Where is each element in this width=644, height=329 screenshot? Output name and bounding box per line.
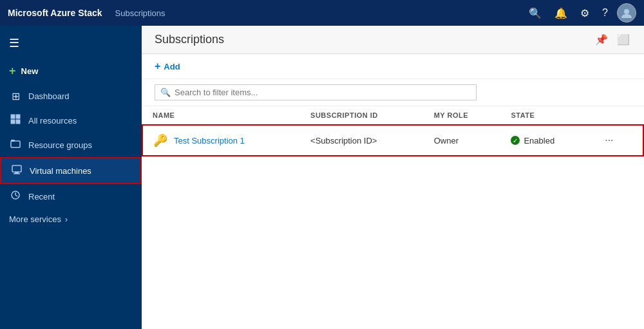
sidebar-item-all-resources[interactable]: All resources xyxy=(0,108,142,133)
sidebar-item-recent[interactable]: Recent xyxy=(0,184,142,209)
sidebar-item-dashboard[interactable]: ⊞ Dashboard xyxy=(0,84,142,108)
virtual-machines-icon xyxy=(10,164,23,177)
sidebar-item-label-dashboard: Dashboard xyxy=(28,91,70,101)
hamburger-menu[interactable]: ☰ xyxy=(0,31,142,55)
subscription-id-cell: <Subscription ID> xyxy=(300,125,424,156)
table-row: 🔑 Test Subscription 1 <Subscription ID> … xyxy=(142,125,643,156)
col-name: NAME xyxy=(142,106,300,125)
sidebar-item-virtual-machines[interactable]: Virtual machines xyxy=(0,157,142,184)
header-actions: 🔍 🔔 ⚙ ? xyxy=(525,3,636,23)
restore-icon[interactable]: ⬜ xyxy=(616,32,631,47)
svg-rect-5 xyxy=(11,141,20,147)
search-bar: 🔍 xyxy=(142,79,644,106)
table-area: NAME SUBSCRIPTION ID MY ROLE STATE 🔑 Tes… xyxy=(142,106,644,329)
app-brand: Microsoft Azure Stack xyxy=(8,8,102,18)
content-header: Subscriptions 📌 ⬜ xyxy=(142,26,644,54)
user-avatar[interactable] xyxy=(617,3,636,23)
col-role: MY ROLE xyxy=(424,106,501,125)
sidebar-item-label-resources: All resources xyxy=(28,116,77,126)
page-title: Subscriptions xyxy=(155,33,224,46)
search-input[interactable] xyxy=(175,88,400,97)
sidebar-new-button[interactable]: + New xyxy=(0,58,142,84)
sidebar: ☰ + New ⊞ Dashboard All resources xyxy=(0,26,142,329)
search-magnify-icon: 🔍 xyxy=(160,88,171,97)
row-more-cell: ··· xyxy=(591,125,643,156)
svg-rect-1 xyxy=(11,115,15,118)
svg-rect-2 xyxy=(16,115,20,118)
sidebar-new-label: New xyxy=(21,66,39,76)
pin-icon[interactable]: 📌 xyxy=(594,32,609,47)
svg-point-0 xyxy=(624,9,629,14)
svg-rect-7 xyxy=(12,165,21,172)
sidebar-more-services[interactable]: More services › xyxy=(0,209,142,230)
subscription-name[interactable]: Test Subscription 1 xyxy=(174,136,245,146)
toolbar: + Add xyxy=(142,54,644,79)
chevron-right-icon: › xyxy=(65,215,68,224)
sidebar-item-label-resource-groups: Resource groups xyxy=(28,140,92,150)
state-label: Enabled xyxy=(524,136,554,146)
main-layout: ☰ + New ⊞ Dashboard All resources xyxy=(0,26,644,329)
subscriptions-table: NAME SUBSCRIPTION ID MY ROLE STATE 🔑 Tes… xyxy=(142,106,644,156)
all-resources-icon xyxy=(9,114,22,127)
subscription-name-cell: 🔑 Test Subscription 1 xyxy=(142,125,300,156)
help-icon[interactable]: ? xyxy=(598,5,612,21)
svg-rect-9 xyxy=(14,173,20,174)
subscription-role-cell: Owner xyxy=(424,125,501,156)
recent-icon xyxy=(9,190,22,203)
dashboard-icon: ⊞ xyxy=(9,90,22,102)
row-more-button[interactable]: ··· xyxy=(601,133,617,147)
subscription-state-cell: ✓ Enabled xyxy=(500,125,591,156)
key-icon: 🔑 xyxy=(153,133,167,147)
table-header-row: NAME SUBSCRIPTION ID MY ROLE STATE xyxy=(142,106,643,125)
svg-rect-3 xyxy=(11,120,15,124)
add-label: Add xyxy=(164,62,180,71)
more-services-label: More services xyxy=(9,214,61,224)
col-state: STATE xyxy=(500,106,591,125)
svg-line-12 xyxy=(15,195,17,196)
sidebar-item-resource-groups[interactable]: Resource groups xyxy=(0,133,142,157)
sidebar-item-label-virtual-machines: Virtual machines xyxy=(30,166,91,176)
col-subscription-id: SUBSCRIPTION ID xyxy=(300,106,424,125)
svg-rect-6 xyxy=(11,140,15,142)
bell-icon[interactable]: 🔔 xyxy=(551,5,571,22)
svg-rect-4 xyxy=(16,120,20,124)
content-header-icons: 📌 ⬜ xyxy=(594,32,631,47)
add-button[interactable]: + Add xyxy=(155,61,180,72)
col-actions xyxy=(591,106,643,125)
add-icon: + xyxy=(155,61,160,72)
sidebar-item-label-recent: Recent xyxy=(28,192,55,202)
top-header: Microsoft Azure Stack Subscriptions 🔍 🔔 … xyxy=(0,0,644,26)
resource-groups-icon xyxy=(9,138,22,151)
plus-icon: + xyxy=(9,64,16,78)
settings-icon[interactable]: ⚙ xyxy=(576,5,593,22)
search-input-wrap: 🔍 xyxy=(155,84,477,100)
content-area: Subscriptions 📌 ⬜ + Add 🔍 xyxy=(142,26,644,329)
search-icon[interactable]: 🔍 xyxy=(525,5,545,22)
state-dot: ✓ xyxy=(511,136,520,145)
svg-rect-8 xyxy=(15,172,19,173)
header-tab-title: Subscriptions xyxy=(115,8,166,18)
